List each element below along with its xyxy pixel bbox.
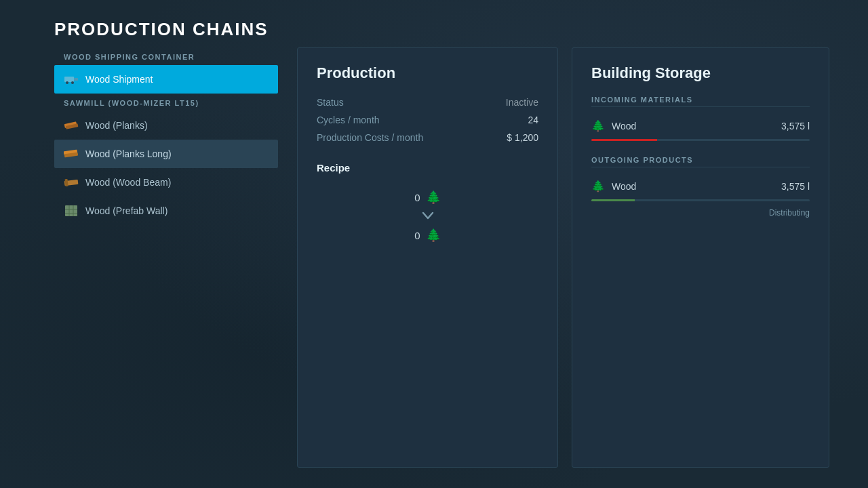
page-title: PRODUCTION CHAINS xyxy=(54,19,269,40)
right-panel: Building Storage INCOMING MATERIALS 🌲 Wo… xyxy=(572,47,829,468)
recipe-input-row: 0 🌲 xyxy=(414,190,440,205)
recipe-input-count: 0 xyxy=(414,192,420,203)
incoming-wood-icon: 🌲 xyxy=(591,119,605,132)
outgoing-wood-icon: 🌲 xyxy=(591,180,605,192)
shipment-icon xyxy=(64,72,79,87)
svg-point-2 xyxy=(66,81,68,84)
recipe-title: Recipe xyxy=(317,162,538,174)
sidebar-item-wood-prefab-wall[interactable]: Wood (Prefab Wall) xyxy=(54,197,278,225)
outgoing-wood-amount: 3,575 l xyxy=(769,181,810,192)
svg-point-3 xyxy=(71,81,74,84)
sidebar-item-label: Wood Shipment xyxy=(85,74,153,85)
outgoing-wood-row: 🌲 Wood 3,575 l xyxy=(591,176,810,197)
recipe-arrow-icon xyxy=(422,210,434,222)
outgoing-products-label: OUTGOING PRODUCTS xyxy=(591,156,810,167)
costs-value: $ 1,200 xyxy=(507,132,538,143)
wall-icon xyxy=(64,203,79,218)
distributing-status: Distributing xyxy=(591,208,810,218)
outgoing-wood-bar xyxy=(591,199,810,201)
incoming-wood-bar xyxy=(591,139,810,141)
incoming-wood-bar-container xyxy=(591,139,810,141)
sidebar-item-wood-planks[interactable]: Wood (Planks) xyxy=(54,111,278,140)
outgoing-wood-name: Wood xyxy=(612,181,762,192)
incoming-wood-amount: 3,575 l xyxy=(769,121,810,131)
tree-icon-input: 🌲 xyxy=(426,190,441,205)
status-label: Status xyxy=(317,97,344,108)
section-label-sawmill: SAWMILL (WOOD-MIZER LT15) xyxy=(54,94,278,111)
sidebar-item-wood-shipment[interactable]: Wood Shipment xyxy=(54,65,278,94)
left-panel: WOOD SHIPPING CONTAINER Wood Shipment SA… xyxy=(54,47,278,468)
sidebar-item-label: Wood (Prefab Wall) xyxy=(85,205,167,216)
middle-panel: Production Status Inactive Cycles / mont… xyxy=(297,47,558,468)
costs-label: Production Costs / month xyxy=(317,132,423,143)
section-label-shipping: WOOD SHIPPING CONTAINER xyxy=(54,47,278,65)
svg-rect-1 xyxy=(74,78,78,81)
outgoing-section: OUTGOING PRODUCTS 🌲 Wood 3,575 l Distrib… xyxy=(591,156,810,218)
sidebar-item-label: Wood (Planks) xyxy=(85,120,148,131)
sidebar-item-wood-planks-long[interactable]: Wood (Planks Long) xyxy=(54,140,278,168)
outgoing-wood-bar-container xyxy=(591,199,810,201)
recipe-output-count: 0 xyxy=(414,230,420,241)
sidebar-item-wood-beam[interactable]: Wood (Wood Beam) xyxy=(54,168,278,197)
beam-icon xyxy=(64,175,79,190)
sidebar-item-label: Wood (Wood Beam) xyxy=(85,177,171,188)
building-title: Building Storage xyxy=(591,64,810,82)
plank-icon xyxy=(64,118,79,133)
svg-rect-10 xyxy=(65,205,77,216)
status-value: Inactive xyxy=(506,97,538,108)
production-title: Production xyxy=(317,64,538,82)
plank-long-icon xyxy=(64,146,79,161)
incoming-wood-name: Wood xyxy=(612,121,762,131)
status-row: Status Inactive xyxy=(317,97,538,108)
recipe-area: 0 🌲 0 🌲 xyxy=(317,190,538,243)
incoming-materials-label: INCOMING MATERIALS xyxy=(591,96,810,107)
incoming-wood-row: 🌲 Wood 3,575 l xyxy=(591,115,810,136)
tree-icon-output: 🌲 xyxy=(426,228,441,243)
sidebar-item-label: Wood (Planks Long) xyxy=(85,148,172,159)
cycles-row: Cycles / month 24 xyxy=(317,115,538,125)
costs-row: Production Costs / month $ 1,200 xyxy=(317,132,538,143)
cycles-value: 24 xyxy=(528,115,538,125)
recipe-output-row: 0 🌲 xyxy=(414,228,440,243)
svg-rect-0 xyxy=(64,77,74,82)
cycles-label: Cycles / month xyxy=(317,115,380,125)
